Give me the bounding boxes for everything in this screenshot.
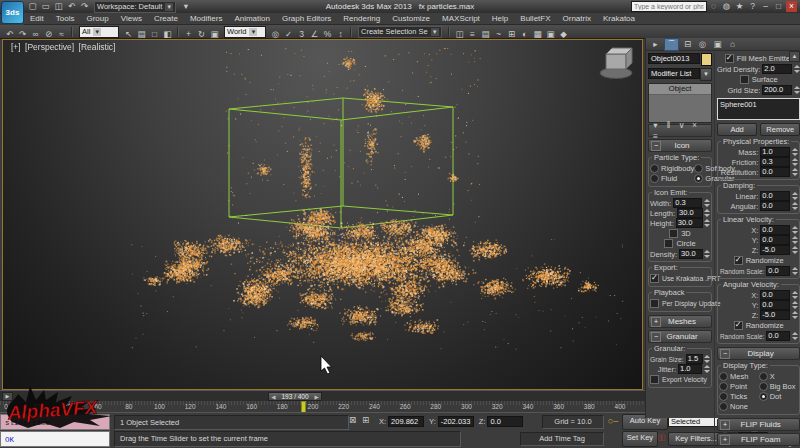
linvel-z-spinner[interactable]: Z:-5.0	[719, 245, 798, 255]
collapse-icon[interactable]: −	[651, 141, 661, 151]
keyboard-shortcut-override-icon[interactable]: ○–	[606, 415, 620, 427]
rollout-meshes[interactable]: +Meshes	[648, 315, 712, 328]
spinner-arrows[interactable]	[704, 208, 710, 218]
grid-density-spinner[interactable]: Grid Density:2.0	[717, 64, 800, 74]
restitution-spinner[interactable]: Restitution:0.0	[719, 167, 798, 177]
application-menu-button[interactable]: 3ds	[1, 1, 24, 24]
time-slider-handle[interactable]: ◀ 193 / 400 ▶	[268, 392, 322, 401]
linvel-randomize-checkbox[interactable]: Randomize	[719, 256, 798, 265]
open-file-icon[interactable]: ▭	[40, 1, 51, 12]
close-button[interactable]: ×	[786, 1, 797, 12]
length-field[interactable]: 30.0	[677, 208, 703, 218]
absolute-offset-mode-icon[interactable]: ⊞	[360, 415, 371, 426]
mass-field[interactable]: 1.0	[760, 147, 790, 157]
add-button[interactable]: Add	[717, 123, 757, 136]
linvel-y-spinner[interactable]: Y:0.0	[719, 235, 798, 245]
schematic-view-icon[interactable]: ⊞	[506, 29, 517, 40]
select-and-rotate-icon[interactable]: ↻	[196, 29, 207, 40]
minimize-button[interactable]: –	[760, 1, 771, 12]
select-object-icon[interactable]: ↖	[123, 29, 134, 40]
collapse-icon[interactable]: −	[720, 349, 730, 359]
selection-lock-icon[interactable]: ⊠	[347, 415, 358, 426]
circle-checkbox[interactable]: Circle	[650, 239, 710, 248]
density-field[interactable]: 30.0	[679, 249, 703, 259]
redo-icon[interactable]: ↷	[17, 29, 28, 40]
menu-krakatoa[interactable]: Krakatoa	[597, 13, 641, 24]
radio-mesh[interactable]: Mesh	[719, 372, 759, 381]
expand-icon[interactable]: +	[720, 435, 730, 445]
spinner-arrows[interactable]	[704, 249, 710, 259]
grain-size-spinner[interactable]: Grain Size:1.5	[650, 354, 710, 364]
new-scene-icon[interactable]: ▢	[27, 1, 38, 12]
remove-button[interactable]: Remove	[760, 123, 800, 136]
tab-motion[interactable]: ◎	[696, 39, 709, 50]
undo-icon[interactable]: ↶	[4, 29, 15, 40]
z-coord-field[interactable]: 0.0	[487, 416, 523, 427]
select-and-link-icon[interactable]: ∞	[30, 29, 41, 40]
tab-hierarchy[interactable]: ⊟	[681, 39, 694, 50]
angvel-random-scale-field[interactable]: 0.0	[766, 331, 790, 341]
bind-to-spacewarp-icon[interactable]: ≈	[56, 29, 67, 40]
qat-redo-icon[interactable]: ↷	[79, 1, 90, 12]
object-color-swatch[interactable]	[701, 53, 712, 66]
spinner-arrows[interactable]	[793, 85, 800, 95]
emitter-objects-list[interactable]: Sphere001	[717, 98, 800, 120]
render-setup-icon[interactable]: ▦	[532, 29, 543, 40]
damping-linear-spinner[interactable]: Linear:0.0	[719, 191, 798, 201]
linvel-z-field[interactable]: -5.0	[760, 245, 790, 255]
linvel-x-field[interactable]: 0.0	[760, 225, 790, 235]
linvel-random-scale-spinner[interactable]: Random Scale:0.0	[719, 266, 798, 276]
angvel-x-field[interactable]: 0.0	[760, 290, 790, 300]
height-field[interactable]: 30.0	[676, 218, 703, 228]
linvel-y-field[interactable]: 0.0	[760, 235, 790, 245]
rollout-display[interactable]: −Display	[717, 347, 800, 360]
grain-size-field[interactable]: 1.5	[686, 354, 703, 364]
angvel-random-scale-spinner[interactable]: Random Scale:0.0	[719, 331, 798, 341]
expand-icon[interactable]: +	[651, 317, 661, 327]
rollout-flip-fluids[interactable]: +FLIP Fluids	[717, 418, 800, 431]
perspective-viewport[interactable]: [+] [Perspective] [Realistic]	[2, 39, 643, 390]
radio-ticks[interactable]: Ticks	[719, 392, 759, 401]
angvel-z-spinner[interactable]: Z:-5.0	[719, 310, 798, 320]
qat-customize-icon[interactable]: ▾	[180, 1, 191, 12]
radio-fluid[interactable]: Fluid	[650, 174, 694, 183]
make-unique-button[interactable]: ∨	[676, 120, 687, 131]
radio-x[interactable]: X	[759, 372, 799, 381]
unlink-selection-icon[interactable]: ⊘	[43, 29, 54, 40]
communication-center-icon[interactable]: ◍	[721, 1, 732, 12]
damping-angular-spinner[interactable]: Angular:0.0	[719, 201, 798, 211]
show-end-result-button[interactable]: ‖	[663, 120, 674, 131]
x-coord-field[interactable]: 209.862	[388, 416, 424, 427]
radio-none[interactable]: None	[719, 402, 759, 411]
expand-icon[interactable]: +	[720, 420, 730, 430]
radio-bigbox[interactable]: Big Box	[759, 382, 799, 391]
help-icon[interactable]: ?	[747, 1, 758, 12]
open-mini-curve-editor-button[interactable]: ▶	[2, 392, 13, 401]
spinner-arrows[interactable]	[791, 191, 798, 201]
use-krakatoa-checkbox[interactable]: Use Krakatoa .PRT	[650, 274, 710, 283]
panel-scroll-up-button[interactable]: ▲	[789, 51, 800, 62]
collapse-icon[interactable]: −	[651, 332, 661, 342]
object-name-field[interactable]: Object0013	[648, 53, 700, 64]
restore-button[interactable]: □	[773, 1, 784, 12]
tab-modify[interactable]: ⌒	[664, 38, 679, 51]
3d-checkbox[interactable]: 3D	[650, 229, 710, 238]
radio-dot[interactable]: Dot	[759, 392, 799, 401]
workspace-dropdown[interactable]: Workspace: Default▼	[94, 1, 176, 13]
spinner-arrows[interactable]	[791, 310, 798, 320]
select-and-scale-icon[interactable]: ▣	[209, 29, 220, 40]
mirror-icon[interactable]: ◫	[454, 29, 465, 40]
spinner-arrows[interactable]	[703, 364, 710, 374]
modifier-list-dropdown[interactable]: Modifier List	[648, 68, 700, 79]
maxscript-mini-listener-top[interactable]: slidertime	[0, 414, 110, 430]
align-icon[interactable]: ≡	[467, 29, 478, 40]
export-velocity-checkbox[interactable]: Export Velocity	[650, 375, 710, 384]
grid-size-field[interactable]: 200.0	[762, 85, 792, 95]
per-display-update-checkbox[interactable]: Per Display Update	[650, 299, 710, 308]
favorites-icon[interactable]: ★	[734, 1, 745, 12]
radio-rigidbody[interactable]: Rigidbody	[650, 164, 694, 173]
friction-spinner[interactable]: Friction:0.3	[719, 157, 798, 167]
qat-undo-icon[interactable]: ↶	[66, 1, 77, 12]
percent-snap-icon[interactable]: %	[322, 29, 333, 40]
named-selection-set-dropdown[interactable]: Create Selection Se▼	[358, 26, 442, 38]
